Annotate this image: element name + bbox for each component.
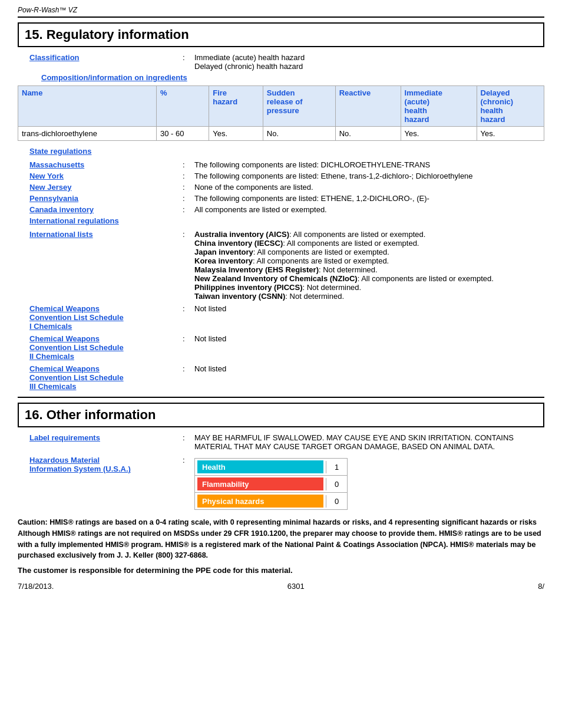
col-percent: % [157, 86, 209, 127]
section-16: 16. Other information Label requirements… [18, 403, 544, 575]
hmis-bar-cell: Physical hazards [195, 493, 326, 509]
table-cell: No. [263, 127, 335, 141]
footer-id: 6301 [287, 582, 305, 591]
footer-page: 8/ [538, 582, 544, 591]
hmis-bar: Flammability [197, 477, 323, 490]
col-immediate: Immediate(acute)healthhazard [401, 86, 477, 127]
composition-link-row: Composition/information on ingredients [18, 73, 544, 82]
intl-list-bold: New Zealand Inventory of Chemicals (NZIo… [194, 274, 358, 283]
hmis-bar-value: 0 [326, 495, 347, 508]
customer-text: The customer is responsible for determin… [18, 566, 544, 575]
state-item-row: New Jersey:None of the components are li… [18, 183, 544, 192]
hmis-bar-cell: Health [195, 459, 326, 475]
state-item-colon: : [183, 205, 194, 214]
composition-link[interactable]: Composition/information on ingredients [41, 73, 187, 82]
intl-list-bold: Japan inventory [194, 248, 253, 256]
intl-list-item: Korea inventory: All components are list… [194, 256, 544, 265]
hmis-bar-row: Physical hazards0 [195, 493, 347, 509]
state-item-label[interactable]: New Jersey [18, 183, 183, 192]
chemical-weapons-label[interactable]: Chemical WeaponsConvention List Schedule… [18, 334, 183, 361]
label-req-row: Label requirements : MAY BE HARMFUL IF S… [18, 433, 544, 451]
chem-colon: : [183, 304, 194, 313]
hmis-bar-value: 1 [326, 461, 347, 473]
label-req-label: Label requirements [18, 433, 183, 442]
product-name: Pow-R-Wash™ VZ [18, 6, 77, 14]
col-reactive: Reactive [335, 86, 401, 127]
state-item-value: The following components are listed: Eth… [194, 172, 544, 180]
international-regs-link[interactable]: International regulations [29, 216, 119, 225]
hmis-chart: Health1Flammability0Physical hazards0 [194, 458, 348, 510]
state-item-label[interactable]: Canada inventory [18, 205, 183, 214]
intl-list-bold: Australia inventory (AICS) [194, 230, 289, 239]
intl-list-item: New Zealand Inventory of Chemicals (NZIo… [194, 274, 544, 283]
page-header: Pow-R-Wash™ VZ [18, 6, 544, 18]
chem-colon: : [183, 334, 194, 343]
hmis-row: Hazardous Material Information System (U… [18, 456, 544, 510]
state-item-label[interactable]: Massachusetts [18, 160, 183, 169]
intl-list-item: Philippines inventory (PICCS): Not deter… [194, 283, 544, 292]
footer: 7/18/2013. 6301 8/ [18, 582, 544, 591]
hmis-bar-value: 0 [326, 478, 347, 490]
table-row: trans-dichloroethylene30 - 60Yes.No.No.Y… [18, 127, 544, 141]
intl-lists-colon: : [183, 230, 194, 239]
classification-label: Classification [18, 53, 183, 62]
classification-value: Immediate (acute) health hazard Delayed … [194, 53, 544, 71]
section-15: 15. Regulatory information Classificatio… [18, 22, 544, 391]
hmis-bar-row: Flammability0 [195, 476, 347, 493]
chem-colon: : [183, 364, 194, 373]
table-cell: No. [335, 127, 401, 141]
table-cell: trans-dichloroethylene [18, 127, 157, 141]
classification-row: Classification : Immediate (acute) healt… [18, 53, 544, 71]
caution-bold: Caution: HMIS® ratings are based on a 0-… [18, 518, 541, 559]
state-item-colon: : [183, 172, 194, 180]
hmis-bar-cell: Flammability [195, 476, 326, 492]
col-fire: Firehazard [209, 86, 263, 127]
chemical-weapons-row: Chemical WeaponsConvention List Schedule… [18, 304, 544, 331]
state-item-value: All components are listed or exempted. [194, 205, 544, 214]
section-divider [18, 397, 544, 398]
intl-list-bold: Philippines inventory (PICCS) [194, 283, 302, 292]
hmis-chart-container: Health1Flammability0Physical hazards0 [194, 456, 544, 510]
table-cell: Yes. [209, 127, 263, 141]
intl-list-bold: Korea inventory [194, 256, 253, 265]
intl-list-bold: China inventory (IECSC) [194, 239, 283, 248]
state-items-container: Massachusetts:The following components a… [18, 160, 544, 214]
hmis-bar: Health [197, 460, 323, 473]
section-15-title: 15. Regulatory information [18, 22, 544, 47]
footer-date: 7/18/2013. [18, 582, 54, 591]
state-regs-link[interactable]: State regulations [29, 147, 91, 156]
table-cell: 30 - 60 [157, 127, 209, 141]
chemical-weapons-label[interactable]: Chemical WeaponsConvention List Schedule… [18, 364, 183, 391]
international-lists-value: Australia inventory (AICS): All componen… [194, 230, 544, 301]
col-name: Name [18, 86, 157, 127]
state-item-row: New York:The following components are li… [18, 172, 544, 180]
intl-list-item: China inventory (IECSC): All components … [194, 239, 544, 248]
state-item-value: The following components are listed: ETH… [194, 194, 544, 203]
state-item-row: Massachusetts:The following components a… [18, 160, 544, 169]
state-item-row: Pennsylvania:The following components ar… [18, 194, 544, 203]
caution-text: Caution: HMIS® ratings are based on a 0-… [18, 517, 544, 561]
international-lists-row: International lists : Australia inventor… [18, 230, 544, 301]
chem-value: Not listed [194, 364, 544, 373]
chemical-weapons-label[interactable]: Chemical WeaponsConvention List Schedule… [18, 304, 183, 331]
intl-list-bold: Malaysia Inventory (EHS Register) [194, 265, 319, 274]
state-regs-row: State regulations [18, 147, 544, 158]
chemical-weapons-row: Chemical WeaponsConvention List Schedule… [18, 364, 544, 391]
state-item-label[interactable]: Pennsylvania [18, 194, 183, 203]
chem-value: Not listed [194, 334, 544, 343]
state-item-colon: : [183, 183, 194, 192]
state-item-colon: : [183, 160, 194, 169]
classification-colon: : [183, 53, 194, 62]
state-item-row: Canada inventory:All components are list… [18, 205, 544, 214]
state-item-label[interactable]: New York [18, 172, 183, 180]
table-cell: Yes. [401, 127, 477, 141]
col-sudden: Suddenrelease ofpressure [263, 86, 335, 127]
col-delayed: Delayed(chronic)healthhazard [477, 86, 544, 127]
intl-list-item: Taiwan inventory (CSNN): Not determined. [194, 292, 544, 301]
label-req-value: MAY BE HARMFUL IF SWALLOWED. MAY CAUSE E… [194, 433, 544, 451]
intl-list-item: Australia inventory (AICS): All componen… [194, 230, 544, 239]
intl-list-item: Japan inventory: All components are list… [194, 248, 544, 256]
ingredients-table: Name % Firehazard Suddenrelease ofpressu… [18, 85, 544, 141]
state-item-colon: : [183, 194, 194, 203]
chemical-weapons-container: Chemical WeaponsConvention List Schedule… [18, 304, 544, 391]
